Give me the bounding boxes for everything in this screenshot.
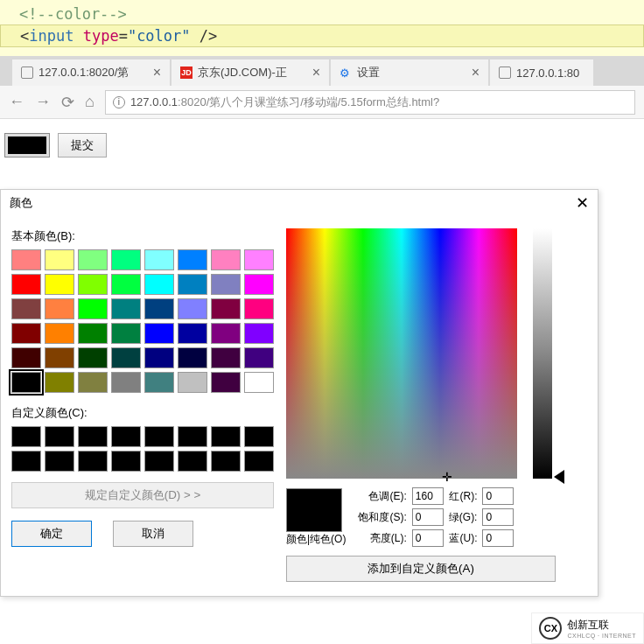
color-swatch[interactable]: [78, 347, 108, 368]
color-swatch[interactable]: [244, 323, 274, 344]
browser-tab-1[interactable]: 127.0.0.1:8020/第 ×: [12, 60, 170, 86]
slider-arrow-icon: [554, 470, 564, 484]
color-swatch[interactable]: [45, 372, 74, 393]
color-swatch[interactable]: [144, 274, 174, 295]
blue-label: 蓝(U):: [449, 531, 478, 546]
color-swatch[interactable]: [144, 249, 174, 270]
color-swatch[interactable]: [178, 298, 207, 319]
color-swatch[interactable]: [178, 347, 207, 368]
color-swatch[interactable]: [244, 372, 274, 393]
add-to-custom-button[interactable]: 添加到自定义颜色(A): [286, 556, 556, 582]
color-swatch[interactable]: [211, 249, 241, 270]
color-swatch[interactable]: [178, 274, 207, 295]
reload-button[interactable]: ⟳: [61, 93, 74, 112]
color-swatch[interactable]: [11, 298, 41, 319]
close-icon[interactable]: ✕: [576, 193, 589, 213]
color-swatch[interactable]: [211, 372, 241, 393]
color-swatch[interactable]: [178, 249, 207, 270]
color-swatch[interactable]: [178, 323, 207, 344]
custom-swatch[interactable]: [178, 451, 207, 472]
ok-button[interactable]: 确定: [11, 521, 92, 547]
color-swatch[interactable]: [244, 347, 274, 368]
color-swatch[interactable]: [78, 298, 108, 319]
color-swatch[interactable]: [111, 298, 141, 319]
custom-swatch[interactable]: [11, 451, 41, 472]
custom-swatch[interactable]: [111, 426, 141, 447]
browser-tab-2[interactable]: JD 京东(JD.COM)-正 ×: [172, 60, 329, 86]
custom-colors-label: 自定义颜色(C):: [11, 405, 274, 421]
close-icon[interactable]: ×: [312, 65, 320, 80]
sat-input[interactable]: [412, 508, 444, 526]
custom-swatch[interactable]: [11, 426, 41, 447]
luminance-slider[interactable]: [533, 228, 552, 479]
color-swatch[interactable]: [45, 249, 74, 270]
red-input[interactable]: [482, 487, 514, 505]
lum-input[interactable]: [412, 529, 444, 547]
color-input[interactable]: [5, 134, 49, 157]
browser-tab-4[interactable]: 127.0.0.1:80: [490, 60, 593, 86]
color-swatch[interactable]: [178, 372, 207, 393]
color-swatch[interactable]: [244, 249, 274, 270]
color-swatch[interactable]: [111, 274, 141, 295]
color-swatch[interactable]: [244, 274, 274, 295]
home-button[interactable]: ⌂: [85, 93, 94, 111]
custom-swatch[interactable]: [144, 426, 174, 447]
color-swatch[interactable]: [11, 323, 41, 344]
close-icon[interactable]: ×: [153, 65, 161, 80]
color-swatch[interactable]: [11, 372, 41, 393]
color-swatch[interactable]: [144, 323, 174, 344]
custom-swatch[interactable]: [211, 426, 241, 447]
hue-input[interactable]: [412, 487, 444, 505]
color-swatch[interactable]: [111, 249, 141, 270]
color-swatch[interactable]: [144, 347, 174, 368]
browser-tab-3[interactable]: ⚙ 设置 ×: [331, 60, 488, 86]
dialog-title: 颜色: [10, 195, 32, 211]
submit-button[interactable]: 提交: [58, 133, 107, 158]
color-swatch[interactable]: [78, 323, 108, 344]
close-icon[interactable]: ×: [472, 65, 480, 80]
lum-label: 亮度(L):: [358, 531, 406, 546]
color-swatch[interactable]: [211, 323, 241, 344]
custom-swatch[interactable]: [244, 426, 274, 447]
color-swatch[interactable]: [45, 347, 74, 368]
color-swatch[interactable]: [244, 298, 274, 319]
tab-title: 127.0.0.1:80: [516, 66, 579, 80]
color-swatch[interactable]: [45, 274, 74, 295]
color-spectrum[interactable]: [286, 228, 517, 479]
color-swatch[interactable]: [78, 372, 108, 393]
color-swatch[interactable]: [11, 249, 41, 270]
color-swatch[interactable]: [211, 347, 241, 368]
color-swatch[interactable]: [111, 372, 141, 393]
green-label: 绿(G):: [449, 510, 478, 525]
color-swatch[interactable]: [78, 274, 108, 295]
color-swatch[interactable]: [11, 274, 41, 295]
code-line-2: <input type="color" />: [0, 24, 644, 47]
color-swatch[interactable]: [211, 274, 241, 295]
back-button[interactable]: ←: [9, 93, 24, 111]
blue-input[interactable]: [482, 529, 514, 547]
custom-swatch[interactable]: [45, 451, 74, 472]
color-swatch[interactable]: [211, 298, 241, 319]
custom-swatch[interactable]: [78, 451, 108, 472]
custom-swatch[interactable]: [144, 451, 174, 472]
color-swatch[interactable]: [144, 372, 174, 393]
cancel-button[interactable]: 取消: [113, 521, 193, 547]
forward-button[interactable]: →: [35, 93, 51, 111]
color-swatch[interactable]: [45, 323, 74, 344]
color-swatch[interactable]: [111, 323, 141, 344]
custom-swatch[interactable]: [111, 451, 141, 472]
custom-swatch[interactable]: [178, 426, 207, 447]
color-swatch[interactable]: [45, 298, 74, 319]
sat-label: 饱和度(S):: [358, 510, 406, 525]
custom-swatch[interactable]: [244, 451, 274, 472]
custom-swatch[interactable]: [45, 426, 74, 447]
color-swatch[interactable]: [78, 249, 108, 270]
custom-swatch[interactable]: [211, 451, 241, 472]
color-swatch[interactable]: [144, 298, 174, 319]
color-swatch[interactable]: [111, 347, 141, 368]
green-input[interactable]: [482, 508, 514, 526]
define-custom-button[interactable]: 规定自定义颜色(D) > >: [11, 482, 274, 508]
custom-swatch[interactable]: [78, 426, 108, 447]
color-swatch[interactable]: [11, 347, 41, 368]
address-bar[interactable]: i 127.0.0.1:8020/第八个月课堂练习/移动端/5.15form总结…: [105, 90, 635, 115]
